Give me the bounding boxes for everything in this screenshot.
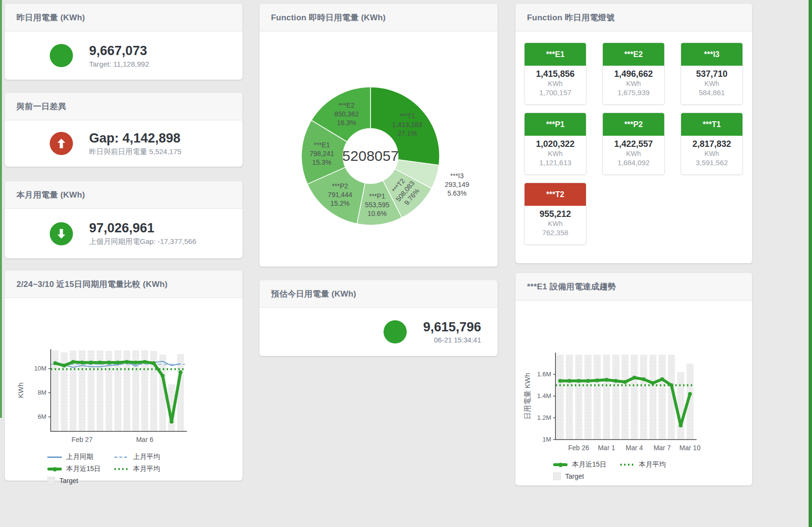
- target-bar-1[interactable]: [566, 355, 573, 440]
- tile-value: 537,710: [681, 69, 742, 79]
- series-marker[interactable]: [679, 424, 683, 427]
- series-marker[interactable]: [688, 392, 692, 396]
- series-marker[interactable]: [125, 360, 129, 364]
- series-marker[interactable]: [71, 360, 75, 364]
- series-marker[interactable]: [179, 370, 183, 374]
- series-marker[interactable]: [80, 361, 84, 365]
- y-axis-title: KWh: [16, 383, 25, 399]
- light-tiles-grid: ***E11,415,856KWh1,700,157***E21,496,662…: [515, 31, 752, 263]
- target-bar-4[interactable]: [594, 355, 601, 440]
- target-bar-0[interactable]: [556, 355, 564, 440]
- e1-trend-chart: 1M1.2M1.4M1.6MFeb 26Mar 1Mar 4Mar 7Mar 1…: [515, 341, 752, 458]
- card-title-estimate: 預估今日用電量 (KWh): [259, 280, 498, 308]
- arrow-down-icon: [55, 227, 68, 241]
- target-bar-13[interactable]: [677, 372, 684, 440]
- yesterday-usage-target: Target: 11,128,992: [89, 60, 198, 68]
- card-title-month: 本月用電量 (KWh): [5, 181, 242, 209]
- series-marker[interactable]: [53, 361, 57, 365]
- target-bar-6[interactable]: [613, 355, 620, 440]
- tile-value: 1,422,557: [603, 139, 664, 149]
- legend-item-1[interactable]: 本月平均: [620, 460, 666, 469]
- arrow-down-circle-icon: [50, 222, 73, 245]
- tile-label: ***I3: [681, 43, 742, 66]
- legend-item-1[interactable]: 上月平均: [114, 453, 160, 461]
- light-tile-6: ***T2955,212KWh762,358: [524, 183, 586, 245]
- legend-item-0[interactable]: 本月近15日: [553, 460, 607, 469]
- card-compare-15day-chart: 2/24~3/10 近15日同期用電量比較 (KWh) 6M8M10MFeb 2…: [5, 271, 242, 481]
- target-bar-9[interactable]: [640, 355, 647, 440]
- tile-unit: KWh: [525, 150, 586, 157]
- estimate-value: 9,615,796: [423, 320, 481, 335]
- card-realtime-donut: Function 即時日用電量 (KWh) ***T11,413,18327.1…: [259, 4, 498, 267]
- series-marker[interactable]: [62, 364, 66, 368]
- series-marker[interactable]: [152, 361, 156, 365]
- series-marker[interactable]: [586, 379, 590, 383]
- x-tick-label: Mar 10: [680, 444, 701, 452]
- series-marker[interactable]: [143, 360, 147, 364]
- legend-item-3[interactable]: 本月平均: [114, 465, 160, 473]
- tile-label: ***P2: [603, 113, 664, 136]
- tile-body: 955,212KWh762,358: [525, 206, 586, 237]
- legend-item-2[interactable]: 本月近15日: [47, 465, 101, 473]
- series-marker[interactable]: [670, 384, 673, 387]
- compare-15day-chart: 6M8M10MFeb 27Mar 6KWh: [5, 337, 242, 451]
- series-marker[interactable]: [558, 379, 562, 383]
- legend-item-4[interactable]: Target: [47, 477, 101, 484]
- x-tick-label: Mar 7: [654, 444, 671, 452]
- left-accent-strip: [0, 0, 2, 418]
- tile-target: 584,861: [681, 88, 742, 97]
- series-marker[interactable]: [623, 380, 627, 384]
- card-title-compare: 2/24~3/10 近15日同期用電量比較 (KWh): [5, 271, 242, 298]
- target-bar-2[interactable]: [575, 355, 583, 440]
- series-marker[interactable]: [577, 379, 581, 383]
- target-bar-5[interactable]: [603, 355, 610, 440]
- tile-value: 2,817,832: [681, 139, 742, 149]
- light-tile-0: ***E11,415,856KWh1,700,157: [524, 43, 586, 105]
- tile-label: ***E2: [603, 43, 664, 66]
- legend-item-2[interactable]: Target: [553, 472, 607, 480]
- series-marker[interactable]: [651, 381, 655, 385]
- x-tick-label: Mar 4: [626, 444, 643, 452]
- card-title-gap: 與前一日差異: [5, 93, 242, 120]
- series-marker[interactable]: [660, 377, 664, 381]
- right-scrollbar-strip[interactable]: [809, 0, 812, 527]
- tile-value: 1,415,856: [525, 69, 586, 79]
- series-marker[interactable]: [595, 378, 599, 382]
- legend-item-0[interactable]: 上月同期: [47, 453, 101, 461]
- card-e1-trend-chart: ***E1 設備用電達成趨勢 1M1.2M1.4M1.6MFeb 26Mar 1…: [515, 273, 752, 485]
- legend-label: 本月平均: [133, 465, 160, 473]
- series-marker[interactable]: [98, 361, 102, 365]
- series-marker[interactable]: [116, 361, 120, 365]
- target-bar-10[interactable]: [649, 355, 656, 440]
- energy-dashboard: 昨日用電量 (KWh) 9,667,073 Target: 11,128,992…: [0, 0, 812, 527]
- tile-body: 1,422,557KWh1,684,092: [603, 136, 664, 167]
- card-title-yesterday: 昨日用電量 (KWh): [5, 4, 242, 31]
- donut-center-value: 5208057: [342, 148, 399, 164]
- tile-body: 1,020,322KWh1,121,613: [525, 136, 586, 167]
- light-tile-2: ***I3537,710KWh584,861: [681, 43, 743, 105]
- series-marker[interactable]: [170, 420, 173, 424]
- series-marker[interactable]: [614, 379, 618, 383]
- legend-label: Target: [59, 477, 78, 484]
- series-marker[interactable]: [89, 361, 93, 365]
- series-marker[interactable]: [605, 378, 609, 382]
- target-bar-3[interactable]: [584, 355, 592, 440]
- series-marker[interactable]: [161, 374, 165, 378]
- target-bar-11[interactable]: [659, 355, 666, 440]
- arrow-up-icon: [55, 137, 68, 150]
- series-marker[interactable]: [568, 379, 571, 383]
- compare-chart-legend: 上月同期上月平均本月近15日本月平均Target: [47, 453, 242, 484]
- target-bar-8[interactable]: [631, 355, 638, 440]
- card-title-donut: Function 即時日用電量 (KWh): [259, 4, 498, 31]
- arrow-up-circle-icon: [50, 132, 73, 155]
- series-marker[interactable]: [134, 361, 138, 365]
- light-tile-3: ***P11,020,322KWh1,121,613: [524, 113, 586, 175]
- card-title-lights: Function 昨日用電燈號: [515, 4, 752, 31]
- card-title-e1-trend: ***E1 設備用電達成趨勢: [515, 273, 752, 300]
- y-tick-label: 1.4M: [537, 392, 551, 399]
- series-marker[interactable]: [107, 361, 111, 365]
- target-bar-7[interactable]: [622, 355, 629, 440]
- series-marker[interactable]: [641, 377, 645, 381]
- series-marker[interactable]: [632, 376, 636, 380]
- legend-label: 上月平均: [133, 453, 160, 461]
